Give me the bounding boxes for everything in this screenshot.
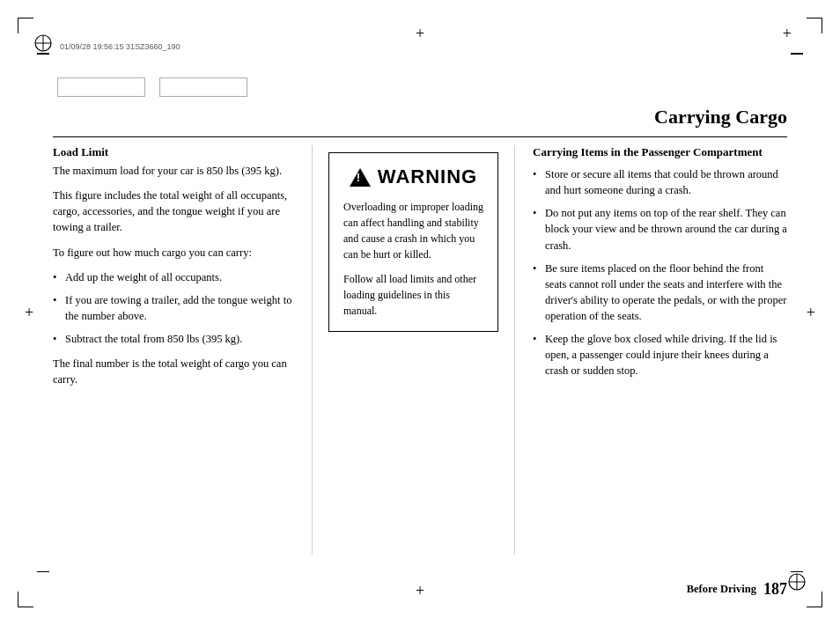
side-mark-left-bottom <box>37 571 49 573</box>
bullet-item-2: If you are towing a trailer, add the ton… <box>53 292 294 324</box>
corner-mark-tr <box>807 18 822 33</box>
load-limit-para3: To figure out how much cargo you can car… <box>53 245 294 261</box>
print-info: 01/09/28 19:56:15 31SZ3660_190 <box>60 42 181 51</box>
warning-box: WARNING Overloading or improper loading … <box>328 152 498 332</box>
right-column: Carrying Items in the Passenger Compartm… <box>515 145 787 555</box>
load-limit-para2: This figure includes the total weight of… <box>53 188 294 235</box>
footer-section-label: Before Driving <box>687 583 756 596</box>
load-limit-para1: The maximum load for your car is 850 lbs… <box>53 163 294 179</box>
bullet-item-3: Subtract the total from 850 lbs (395 kg)… <box>53 331 294 347</box>
crosshair-right-top: + <box>783 25 792 43</box>
warning-triangle-icon <box>350 168 371 187</box>
footer-page-number: 187 <box>763 580 787 599</box>
right-bullet-2: Do not put any items on top of the rear … <box>533 205 787 253</box>
footer: Before Driving 187 <box>53 580 787 599</box>
reg-mark-tl <box>33 33 53 53</box>
footer-section-text: Before Driving <box>687 583 756 595</box>
bullet-item-1: Add up the weight of all occupants. <box>53 269 294 285</box>
side-mark-right-top <box>791 53 803 55</box>
load-limit-bullets: Add up the weight of all occupants. If y… <box>53 269 294 348</box>
corner-mark-bl <box>18 592 33 607</box>
page: + + + + + 01/09/28 19:56:15 31SZ3660_190… <box>0 0 840 625</box>
middle-column: WARNING Overloading or improper loading … <box>313 145 515 555</box>
left-column: Load Limit The maximum load for your car… <box>53 145 313 555</box>
right-bullet-1: Store or secure all items that could be … <box>533 166 787 198</box>
header-boxes <box>57 77 247 97</box>
header-box-1 <box>57 77 145 97</box>
right-bullet-3: Be sure items placed on the floor behind… <box>533 261 787 325</box>
crosshair-left-middle: + <box>25 304 33 322</box>
warning-para1: Overloading or improper loading can affe… <box>343 199 483 262</box>
right-bullets: Store or secure all items that could be … <box>533 166 787 379</box>
warning-header: WARNING <box>343 165 483 188</box>
main-content: Load Limit The maximum load for your car… <box>53 145 787 555</box>
reg-mark-br <box>787 572 807 592</box>
side-mark-right-bottom <box>791 571 803 573</box>
corner-mark-br <box>807 592 822 607</box>
load-limit-para4: The final number is the total weight of … <box>53 356 294 387</box>
warning-title: WARNING <box>378 165 477 188</box>
load-limit-heading: Load Limit <box>53 145 294 159</box>
crosshair-top-center: + <box>416 25 424 43</box>
title-rule <box>53 136 787 137</box>
warning-para2: Follow all load limits and other loading… <box>343 271 483 319</box>
side-mark-left-top <box>37 53 49 55</box>
right-bullet-4: Keep the glove box closed while driving.… <box>533 331 787 379</box>
header-box-2 <box>159 77 247 97</box>
page-title: Carrying Cargo <box>654 106 787 129</box>
right-heading: Carrying Items in the Passenger Compartm… <box>533 145 787 159</box>
corner-mark-tl <box>18 18 33 33</box>
crosshair-right-middle: + <box>807 304 815 322</box>
